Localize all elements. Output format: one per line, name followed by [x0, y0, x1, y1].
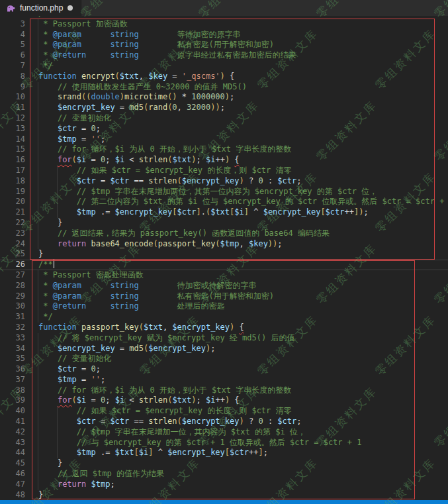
code-line[interactable]: 23 // 返回结果，结果为 passport_key() 函数返回值的 bas…: [0, 228, 448, 239]
code-line[interactable]: 7 */: [0, 61, 448, 72]
code-line[interactable]: 19 // $tmp 字串在末尾增加两位，其第一位内容为 $encrypt_ke…: [0, 187, 448, 197]
code-line[interactable]: 14 $tmp = '';: [0, 134, 448, 145]
code-line[interactable]: 18 $ctr = $ctr == strlen($encrypt_key) ?…: [0, 176, 448, 187]
code-line[interactable]: 13 $ctr = 0;: [0, 124, 448, 134]
code-line[interactable]: 4 * @param string 等待加密的原字串: [0, 30, 448, 40]
line-number[interactable]: 12: [0, 113, 25, 124]
line-number[interactable]: 3: [0, 19, 25, 30]
line-number[interactable]: 23: [0, 228, 25, 239]
code-line[interactable]: 35 // 变量初始化: [0, 354, 448, 364]
token: [: [225, 448, 230, 457]
code-line[interactable]: 38 // for 循环，$i 为从 0 开始，到小于 $txt 字串长度的整数: [0, 385, 448, 396]
line-number[interactable]: 44: [0, 448, 25, 458]
line-number[interactable]: 35: [0, 354, 25, 364]
php-file-icon: [5, 4, 15, 13]
code-line[interactable]: 30 * @return string 处理后的密匙: [0, 301, 448, 312]
line-number[interactable]: 48: [0, 490, 25, 500]
code-line[interactable]: 39 for($i = 0; $i < strlen($txt); $i++) …: [0, 395, 448, 406]
code-line[interactable]: 33 // 将 $encrypt_key 赋为 $encrypt_key 经 m…: [0, 333, 448, 344]
code-line[interactable]: 42 // $tmp 字串在末尾增加一位，其内容为 $txt 的第 $i 位，: [0, 427, 448, 438]
line-number[interactable]: 6: [0, 50, 25, 61]
line-number[interactable]: 22: [0, 218, 25, 228]
line-number[interactable]: 41: [0, 417, 25, 427]
line-number[interactable]: 31: [0, 312, 25, 323]
tab-function-php[interactable]: function.php: [0, 0, 81, 16]
line-number[interactable]: 11: [0, 103, 25, 113]
code-line[interactable]: 26/**: [0, 260, 448, 270]
token: $encrypt_key: [182, 417, 240, 426]
line-number[interactable]: 14: [0, 134, 25, 145]
code-line[interactable]: 44 $tmp .= $txt[$i] ^ $encrypt_key[$ctr+…: [0, 448, 448, 458]
code-line[interactable]: 16 for($i = 0; $i < strlen($txt); $i++) …: [0, 155, 448, 166]
line-number[interactable]: 42: [0, 427, 25, 438]
code-line[interactable]: 47 return $tmp;: [0, 479, 448, 490]
code-line[interactable]: 32function passport_key($txt, $encrypt_k…: [0, 323, 448, 333]
line-number[interactable]: 46: [0, 469, 25, 479]
code-line[interactable]: 27 * Passport 密匙处理函数: [0, 270, 448, 281]
code-line[interactable]: 5 * @param string 私有密匙(用于解密和加密): [0, 40, 448, 50]
line-number[interactable]: 26: [0, 260, 25, 270]
line-number[interactable]: 30: [0, 301, 25, 312]
code-line[interactable]: 46 // 返回 $tmp 的值作为结果: [0, 469, 448, 479]
code-line[interactable]: 41 $ctr = $ctr == strlen($encrypt_key) ?…: [0, 417, 448, 427]
code-line[interactable]: 28 * @param string 待加密或待解密的字串: [0, 281, 448, 291]
token: ): [191, 155, 196, 164]
line-number[interactable]: 38: [0, 385, 25, 396]
code-line[interactable]: 6 * @return string 原字串经过私有密匙加密后的结果: [0, 50, 448, 61]
line-number[interactable]: 32: [0, 323, 25, 333]
line-number[interactable]: 21: [0, 207, 25, 218]
code-line[interactable]: 29 * @param string 私有密匙(用于解密和加密): [0, 291, 448, 302]
code-line[interactable]: 10 srand((double)microtime() * 1000000);: [0, 92, 448, 103]
line-number[interactable]: 40: [0, 406, 25, 417]
line-number[interactable]: 13: [0, 124, 25, 134]
line-number[interactable]: 28: [0, 281, 25, 291]
code-line[interactable]: 43 // 与 $encrypt_key 的第 $ctr + 1 位取异或。然后…: [0, 438, 448, 448]
line-number[interactable]: 39: [0, 395, 25, 406]
code-line[interactable]: 17 // 如果 $ctr = $encrypt_key 的长度，则 $ctr …: [0, 166, 448, 176]
code-line[interactable]: 37 $tmp = '';: [0, 375, 448, 385]
line-number[interactable]: 37: [0, 375, 25, 385]
line-number[interactable]: 19: [0, 187, 25, 197]
code-line[interactable]: 20 // 第二位内容为 $txt 的第 $i 位与 $encrypt_key …: [0, 197, 448, 207]
line-number[interactable]: 20: [0, 197, 25, 207]
code-line[interactable]: 34 $encrypt_key = md5($encrypt_key);: [0, 344, 448, 354]
line-number[interactable]: 47: [0, 479, 25, 490]
line-number[interactable]: 16: [0, 155, 25, 166]
line-number[interactable]: 18: [0, 176, 25, 187]
code-line[interactable]: 21 $tmp .= $encrypt_key[$ctr].($txt[$i] …: [0, 207, 448, 218]
code-line[interactable]: 25}: [0, 249, 448, 260]
code-line[interactable]: 3 * Passport 加密函数: [0, 19, 448, 30]
line-number[interactable]: 29: [0, 291, 25, 302]
line-number[interactable]: 27: [0, 270, 25, 281]
line-number[interactable]: 15: [0, 144, 25, 155]
code-line[interactable]: 15 // for 循环，$i 为从 0 开始，到小于 $txt 字串长度的整数: [0, 144, 448, 155]
line-number[interactable]: 33: [0, 333, 25, 344]
line-number[interactable]: 45: [0, 458, 25, 469]
code-editor[interactable]: 2/**3 * Passport 加密函数4 * @param string 等…: [0, 16, 448, 500]
token: double: [91, 92, 119, 101]
code-line[interactable]: 36 $ctr = 0;: [0, 364, 448, 375]
code-line[interactable]: 22 }: [0, 218, 448, 228]
line-number[interactable]: 5: [0, 40, 25, 50]
code-line[interactable]: 31 */: [0, 312, 448, 323]
line-number[interactable]: 34: [0, 344, 25, 354]
line-number[interactable]: 7: [0, 61, 25, 72]
code-line[interactable]: 9 // 使用随机数发生器产生 0~32000 的值并 MD5(): [0, 82, 448, 93]
line-number[interactable]: 17: [0, 166, 25, 176]
line-number[interactable]: 36: [0, 364, 25, 375]
line-number[interactable]: 4: [0, 30, 25, 40]
line-number[interactable]: 25: [0, 249, 25, 260]
line-number[interactable]: 24: [0, 239, 25, 250]
code-line[interactable]: 24 return base64_encode(passport_key($tm…: [0, 239, 448, 250]
code-line[interactable]: 11 $encrypt_key = md5(rand(0, 32000));: [0, 103, 448, 113]
line-number[interactable]: 43: [0, 438, 25, 448]
code-line[interactable]: 40 // 如果 $ctr = $encrypt_key 的长度，则 $ctr …: [0, 406, 448, 417]
code-line[interactable]: 45 }: [0, 458, 448, 469]
code-line[interactable]: 8function encrypt($txt, $key = '_qscms')…: [0, 72, 448, 82]
code-line[interactable]: 12 // 变量初始化: [0, 113, 448, 124]
line-number[interactable]: 9: [0, 82, 25, 93]
line-number[interactable]: 10: [0, 92, 25, 103]
unsaved-changes-dot[interactable]: [67, 5, 73, 11]
code-line[interactable]: 48}: [0, 490, 448, 500]
line-number[interactable]: 8: [0, 72, 25, 82]
